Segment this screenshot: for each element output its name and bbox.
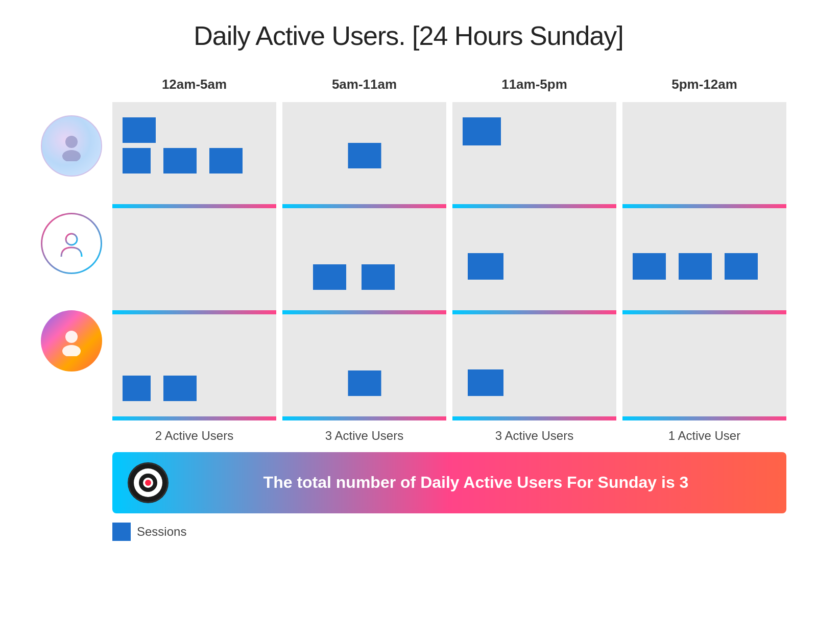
cell-1-1 <box>112 102 276 204</box>
footer-row: 2 Active Users 3 Active Users 3 Active U… <box>31 425 786 447</box>
row-divider-2 <box>112 310 276 314</box>
row-divider-2 <box>282 310 446 314</box>
session-block <box>468 369 503 396</box>
avatar-1 <box>41 115 102 177</box>
cell-4-1 <box>622 102 786 204</box>
session-block <box>163 148 197 174</box>
time-col-5pm-12am: 5pm-12am <box>622 71 786 420</box>
cells-5pm-12am <box>622 102 786 420</box>
chart-area: 12am-5am <box>31 71 786 420</box>
active-users-label-4: 1 Active User <box>622 425 786 447</box>
session-block <box>313 264 346 290</box>
svg-point-3 <box>65 331 78 343</box>
cell-4-2 <box>622 208 786 310</box>
cell-2-2 <box>282 208 446 310</box>
target-icon <box>128 462 169 503</box>
time-header-4: 5pm-12am <box>622 71 786 97</box>
time-header-1: 12am-5am <box>112 71 276 97</box>
session-block <box>463 117 501 145</box>
row-divider-1 <box>112 204 276 208</box>
row-divider-3 <box>452 416 616 420</box>
row-divider-1 <box>452 204 616 208</box>
cells-12am-5am <box>112 102 276 420</box>
person-icon-1 <box>56 131 87 161</box>
row-divider-3 <box>112 416 276 420</box>
cells-5am-11am <box>282 102 446 420</box>
row-divider-2 <box>452 310 616 314</box>
summary-text: The total number of Daily Active Users F… <box>181 472 771 493</box>
row-divider-1 <box>622 204 786 208</box>
time-col-11am-5pm: 11am-5pm <box>452 71 616 420</box>
session-block <box>163 376 197 401</box>
bullseye-svg <box>128 462 169 503</box>
session-block <box>633 253 666 280</box>
cell-2-3 <box>282 314 446 416</box>
session-block <box>468 253 503 280</box>
row-divider-3 <box>622 416 786 420</box>
time-header-2: 5am-11am <box>282 71 446 97</box>
session-legend-square <box>112 523 131 541</box>
cell-2-1 <box>282 102 446 204</box>
cell-1-2 <box>112 208 276 310</box>
session-block <box>348 143 381 168</box>
time-col-12am-5am: 12am-5am <box>112 71 276 420</box>
legend-row: Sessions <box>31 523 786 541</box>
cell-1-3 <box>112 314 276 416</box>
page-title: Daily Active Users. [24 Hours Sunday] <box>194 20 623 51</box>
avatars-column <box>31 71 112 420</box>
row-divider-3 <box>282 416 446 420</box>
time-col-5am-11am: 5am-11am <box>282 71 446 420</box>
svg-point-4 <box>62 345 81 356</box>
svg-point-2 <box>66 234 77 245</box>
footer-spacer <box>31 425 112 447</box>
active-users-label-1: 2 Active Users <box>112 425 276 447</box>
footer-labels: 2 Active Users 3 Active Users 3 Active U… <box>112 425 786 447</box>
time-header-3: 11am-5pm <box>452 71 616 97</box>
cell-3-1 <box>452 102 616 204</box>
cells-11am-5pm <box>452 102 616 420</box>
row-divider-2 <box>622 310 786 314</box>
cell-3-2 <box>452 208 616 310</box>
active-users-label-3: 3 Active Users <box>452 425 616 447</box>
session-block <box>123 376 151 401</box>
svg-point-1 <box>62 150 81 161</box>
svg-point-9 <box>145 480 151 486</box>
cell-3-3 <box>452 314 616 416</box>
session-legend-label: Sessions <box>137 525 186 539</box>
svg-point-0 <box>65 136 78 148</box>
avatar-3 <box>41 310 102 371</box>
time-columns: 12am-5am <box>112 71 786 420</box>
cell-4-3 <box>622 314 786 416</box>
person-icon-3 <box>56 326 87 356</box>
session-block <box>123 117 156 143</box>
summary-banner: The total number of Daily Active Users F… <box>112 452 786 513</box>
avatar-2 <box>41 213 102 274</box>
person-icon-2 <box>56 228 87 259</box>
active-users-label-2: 3 Active Users <box>282 425 446 447</box>
session-block <box>348 370 381 396</box>
session-block <box>679 253 712 280</box>
row-divider-1 <box>282 204 446 208</box>
session-block <box>123 148 151 174</box>
session-block <box>209 148 243 174</box>
session-block <box>362 264 395 290</box>
session-block <box>725 253 758 280</box>
